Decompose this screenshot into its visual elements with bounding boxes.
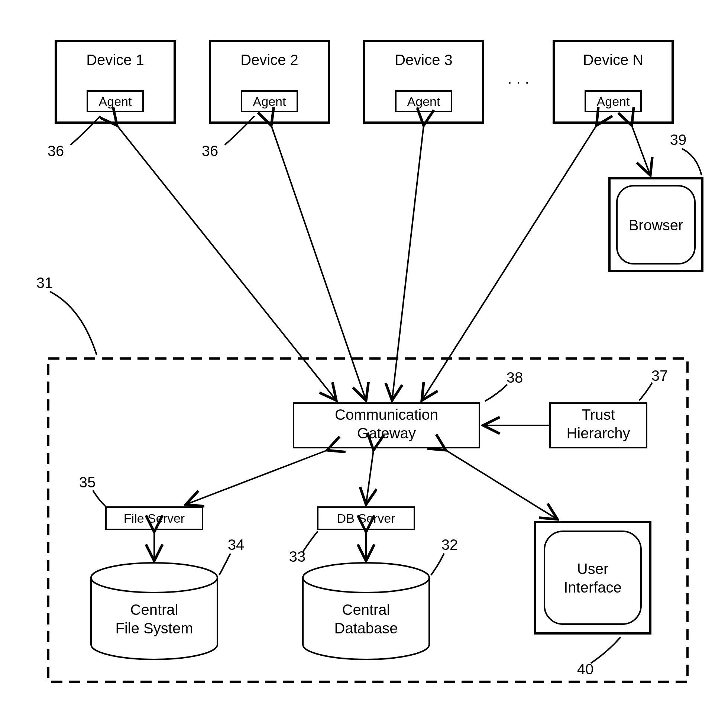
ref-38: 38: [507, 369, 523, 386]
trust-l2: Hierarchy: [566, 425, 630, 441]
leader-32: [431, 554, 444, 575]
svg-rect-17: [545, 531, 641, 624]
cdb-l2: Database: [334, 620, 398, 636]
architecture-diagram: Device 1 Agent Device 2 Agent Device 3 A…: [0, 0, 728, 717]
leader-39: [682, 149, 702, 175]
ref-34: 34: [228, 537, 244, 553]
central-database: Central Database: [303, 563, 429, 659]
trust-l1: Trust: [581, 406, 615, 423]
ui-l1: User: [577, 561, 608, 577]
leader-36b: [225, 116, 255, 145]
file-server-label: File Server: [124, 511, 185, 525]
db-server-label: DB Server: [337, 511, 395, 525]
ref-40: 40: [577, 661, 594, 677]
browser-label: Browser: [629, 217, 684, 233]
device-n-agent: Agent: [597, 95, 630, 108]
device-3: Device 3 Agent: [364, 41, 483, 123]
device-1: Device 1 Agent: [56, 41, 175, 123]
device-3-title: Device 3: [395, 52, 453, 68]
gateway-l1: Communication: [335, 406, 438, 423]
device-1-agent: Agent: [99, 95, 132, 108]
ui-l2: Interface: [564, 579, 622, 595]
leader-38: [485, 384, 507, 401]
ref-35: 35: [79, 474, 96, 490]
db-server: DB Server: [318, 507, 414, 529]
leader-36a: [70, 116, 100, 145]
arrow-gw-ui: [446, 450, 557, 519]
cdb-l1: Central: [342, 601, 390, 618]
arrow-gw-db: [366, 450, 374, 505]
ref-32: 32: [441, 537, 458, 553]
arrow-gw-fs: [186, 450, 327, 505]
user-interface: User Interface: [535, 522, 650, 633]
device-n: Device N Agent: [554, 41, 673, 123]
svg-rect-16: [535, 522, 650, 633]
device-2-agent: Agent: [253, 95, 286, 108]
leader-40: [591, 637, 621, 663]
leader-37: [639, 383, 652, 400]
cfs-l2: File System: [116, 620, 193, 636]
arrow-dn-browser: [632, 125, 650, 175]
ref-37: 37: [652, 368, 668, 384]
leader-34: [219, 554, 230, 575]
device-2-title: Device 2: [240, 52, 298, 68]
ref-33: 33: [289, 548, 306, 565]
central-file-system: Central File System: [91, 563, 217, 659]
device-n-title: Device N: [583, 52, 643, 68]
leader-31: [50, 291, 97, 355]
device-ellipsis: . . .: [508, 69, 529, 87]
cfs-l1: Central: [130, 601, 179, 618]
ref-31: 31: [37, 275, 53, 291]
ref-36a: 36: [47, 143, 64, 159]
ref-36b: 36: [202, 143, 218, 159]
gateway-l2: Gateway: [357, 425, 416, 441]
device-2: Device 2 Agent: [210, 41, 329, 123]
browser-box: Browser: [609, 178, 702, 271]
device-3-agent: Agent: [407, 95, 440, 108]
trust-hierarchy: Trust Hierarchy: [550, 403, 647, 448]
ref-39: 39: [670, 131, 687, 148]
svg-point-14: [91, 563, 217, 593]
svg-point-15: [303, 563, 429, 593]
device-1-title: Device 1: [86, 52, 144, 68]
file-server: File Server: [106, 507, 203, 529]
communication-gateway: Communication Gateway: [294, 403, 479, 448]
leader-35: [93, 490, 105, 506]
